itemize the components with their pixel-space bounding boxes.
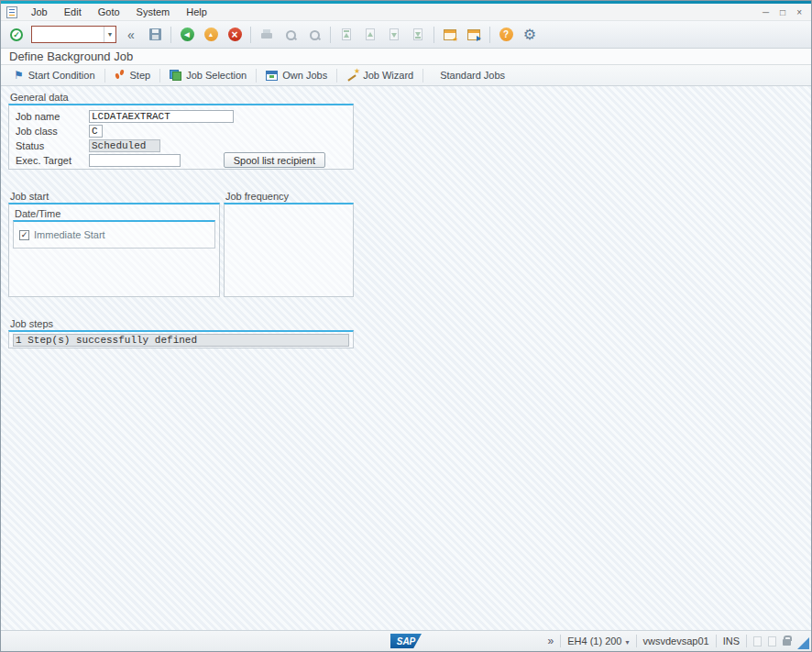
app-toolbar-separator	[159, 69, 160, 83]
title-bar: Define Background Job	[1, 49, 811, 65]
status-value: Scheduled	[89, 139, 160, 152]
start-condition-button[interactable]: Start Condition	[5, 66, 104, 84]
toolbar-separator	[489, 27, 490, 43]
general-data-title: General data	[8, 92, 354, 104]
create-shortcut-button[interactable]	[463, 24, 485, 46]
save-button[interactable]	[144, 24, 166, 46]
help-icon	[499, 28, 513, 41]
job-steps-message[interactable]: 1 Step(s) successfully defined	[13, 334, 349, 347]
job-name-input[interactable]	[89, 110, 234, 123]
back-button[interactable]	[176, 24, 198, 46]
resize-grip-icon[interactable]	[797, 637, 809, 649]
enter-button[interactable]	[5, 24, 27, 46]
minimize-button[interactable]: ─	[763, 7, 769, 17]
close-button[interactable]: ×	[796, 7, 802, 17]
job-class-row: Job class	[16, 124, 347, 138]
menu-item-goto[interactable]: Goto	[90, 4, 128, 20]
immediate-start-label: Immediate Start	[34, 229, 105, 240]
date-time-tab[interactable]: Date/Time	[13, 208, 215, 220]
sap-gui-window: Job Edit Goto System Help ─ □ ×	[0, 0, 812, 652]
job-wizard-button[interactable]: Job Wizard	[338, 66, 422, 84]
window-controls: ─ □ ×	[763, 7, 807, 17]
job-frequency-group: Job frequency	[224, 191, 354, 297]
footsteps-icon	[115, 70, 126, 81]
save-icon	[149, 28, 161, 40]
cancel-button[interactable]	[224, 24, 246, 46]
own-jobs-icon	[266, 71, 278, 81]
window-app-icon[interactable]	[6, 6, 17, 18]
standard-toolbar	[1, 21, 811, 49]
exec-target-input[interactable]	[89, 154, 181, 167]
toolbar-separator	[433, 27, 434, 43]
collapse-command-icon[interactable]	[120, 24, 142, 46]
new-session-icon	[444, 29, 456, 40]
status-doc-icon	[753, 636, 762, 646]
own-jobs-button[interactable]: Own Jobs	[258, 66, 335, 84]
toolbar-separator	[170, 27, 171, 43]
command-dropdown-icon[interactable]	[104, 27, 115, 42]
statusbar: SAP » EH4 (1) 200 vwsvdevsap01 INS	[1, 630, 811, 651]
page-title: Define Background Job	[9, 50, 133, 63]
status-row: Status Scheduled	[16, 138, 347, 152]
toolbar-separator	[330, 27, 331, 43]
new-session-button[interactable]	[439, 24, 461, 46]
exit-button[interactable]	[200, 24, 222, 46]
job-start-title: Job start	[8, 191, 220, 203]
print-button[interactable]	[256, 24, 278, 46]
wizard-icon	[346, 70, 358, 81]
page-down-button[interactable]	[383, 24, 405, 46]
back-icon	[181, 28, 194, 41]
job-class-label: Job class	[16, 126, 89, 137]
exec-target-label: Exec. Target	[16, 155, 89, 166]
status-label: Status	[16, 140, 89, 151]
sap-logo-text: SAP	[397, 636, 416, 646]
lock-icon	[783, 639, 791, 646]
statusbar-expand-icon[interactable]: »	[547, 635, 554, 647]
help-button[interactable]	[495, 24, 517, 46]
step-button[interactable]: Step	[106, 66, 159, 84]
job-name-row: Job name	[16, 109, 347, 123]
standard-jobs-button[interactable]: Standard Jobs	[432, 66, 513, 84]
last-page-button[interactable]	[407, 24, 429, 46]
page-up-button[interactable]	[359, 24, 381, 46]
menu-item-help[interactable]: Help	[178, 4, 215, 20]
command-field-wrap	[31, 26, 116, 43]
job-wizard-label: Job Wizard	[363, 70, 413, 81]
statusbar-separator	[746, 635, 747, 647]
menubar: Job Edit Goto System Help ─ □ ×	[1, 4, 811, 21]
last-page-icon	[413, 28, 422, 40]
customize-layout-button[interactable]	[519, 24, 541, 46]
status-doc-icon	[768, 636, 776, 646]
immediate-start-checkbox[interactable]	[19, 230, 29, 240]
menu-item-job[interactable]: Job	[23, 4, 56, 20]
job-class-input[interactable]	[89, 125, 103, 138]
exit-icon	[204, 28, 218, 41]
input-mode-indicator[interactable]: INS	[723, 635, 740, 646]
screen-content: General data Job name Job class Status S…	[1, 86, 811, 630]
find-next-button[interactable]	[303, 24, 325, 46]
maximize-button[interactable]: □	[780, 7, 785, 17]
job-selection-icon	[170, 70, 181, 81]
spool-list-recipient-button[interactable]: Spool list recipient	[224, 152, 325, 168]
job-selection-button[interactable]: Job Selection	[161, 66, 255, 84]
standard-jobs-label: Standard Jobs	[440, 70, 505, 81]
statusbar-separator	[636, 635, 637, 647]
statusbar-right: » EH4 (1) 200 vwsvdevsap01 INS	[547, 631, 791, 651]
first-page-button[interactable]	[335, 24, 357, 46]
find-button[interactable]	[280, 24, 302, 46]
app-toolbar-separator	[336, 69, 337, 83]
find-next-icon	[308, 28, 321, 41]
cancel-icon	[228, 28, 242, 41]
start-condition-label: Start Condition	[28, 70, 95, 81]
host-name: vwsvdevsap01	[643, 635, 709, 646]
statusbar-separator	[560, 635, 561, 647]
own-jobs-label: Own Jobs	[282, 70, 327, 81]
menu-item-edit[interactable]: Edit	[56, 4, 90, 20]
page-down-icon	[390, 28, 399, 40]
menu-item-system[interactable]: System	[128, 4, 179, 20]
command-field[interactable]	[32, 27, 104, 42]
app-toolbar-separator	[256, 69, 257, 83]
create-shortcut-icon	[467, 29, 480, 40]
find-icon	[284, 28, 297, 41]
system-session-info[interactable]: EH4 (1) 200	[567, 635, 629, 646]
